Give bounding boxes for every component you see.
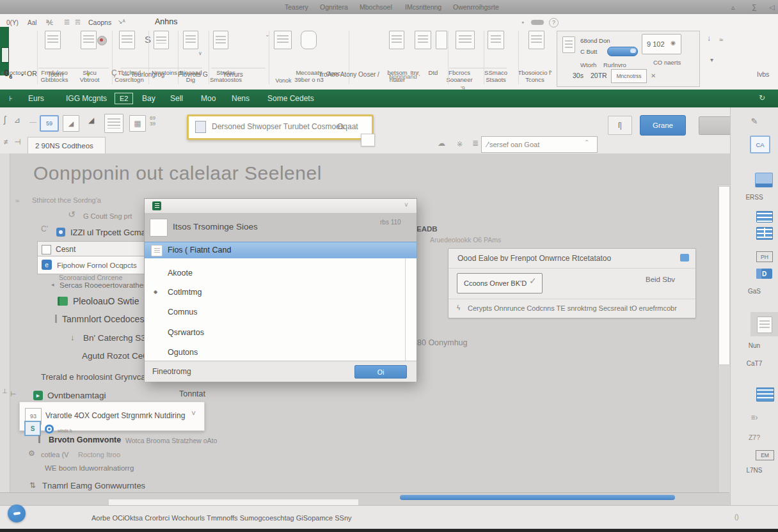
option-item[interactable]: Sthircot thce Sordng'a (32, 196, 101, 204)
search-input[interactable]: ∕'sersef oan Goat ˆ (481, 136, 598, 153)
option-item[interactable]: Sercas Rooeoertovarathes (60, 281, 147, 290)
titlebar-menu-item[interactable]: Ognritera (320, 4, 348, 12)
ribbon-button-person-icon[interactable] (301, 31, 317, 49)
spin-input[interactable]: 9 102 ◉ (642, 34, 681, 54)
vertical-scrollbar-thumb[interactable] (718, 186, 730, 365)
refresh-icon[interactable]: ↻ (759, 94, 765, 102)
dialog-list-item[interactable]: Comnus (168, 308, 198, 317)
row-label[interactable]: Tnamrl Eamg Gonwwurntes (42, 481, 145, 490)
tack-icon[interactable]: ⊣ (14, 138, 20, 146)
function-button[interactable]: ſ| (608, 116, 632, 135)
quick-access-item[interactable]: 0(Y) (6, 19, 19, 26)
ribbon-button-grid-icon[interactable] (45, 31, 61, 49)
home-icon[interactable]: ⊦ (9, 95, 13, 102)
format-label[interactable]: Tonntat (179, 390, 205, 399)
ribbon-button-pages-icon[interactable] (456, 31, 475, 49)
cloud-icon[interactable]: ☁ (438, 139, 445, 148)
dialog-list-item[interactable]: Ogutons (168, 348, 198, 357)
d-blue-icon[interactable]: D (756, 269, 772, 279)
option-box[interactable]: e Fipohow Fornol Ocqpcts (37, 256, 146, 274)
tab-item[interactable]: Bay (142, 95, 155, 103)
option-item[interactable]: Tanmnlort Ocedoces (62, 315, 144, 324)
s-badge-icon[interactable]: S (24, 421, 41, 436)
titlebar-menu-item[interactable]: Mbochsoel (360, 4, 392, 12)
quick-access-item[interactable]: Aal (28, 19, 36, 26)
tab-item[interactable]: Eurs (28, 95, 44, 103)
triangle-icon[interactable]: ⊿ (14, 116, 20, 125)
ribbon-button-table-icon[interactable] (488, 31, 504, 49)
z7-icon[interactable]: Z7? (731, 434, 778, 441)
option-item[interactable]: Trerald e hroolosint Grynvca (41, 373, 146, 382)
titlebar-app-icon[interactable]: ◁ (769, 3, 774, 11)
option-item[interactable]: IZZl ul Trpcett Gcmals (70, 228, 152, 237)
close-x-icon[interactable]: ✕ (651, 72, 656, 79)
dialog-list-item[interactable]: Akoote (168, 269, 193, 278)
help-icon[interactable]: ? (549, 18, 559, 27)
ca-box-icon[interactable]: CA (750, 136, 770, 153)
titlebar-menu-item[interactable]: Teasery (285, 4, 308, 12)
owner-button[interactable]: Ccoons Onver BK'D ✓ (457, 273, 543, 293)
chevron-down-icon[interactable]: ˅ (191, 410, 196, 418)
doc-blue-icon[interactable] (756, 387, 774, 402)
dialog-list-item[interactable]: Cotlmtmg (168, 288, 202, 297)
option-item[interactable]: PleoloauO Swtie (73, 297, 139, 306)
tab-item[interactable]: Moo (201, 95, 216, 103)
fx-icon[interactable]: ʃ (4, 115, 6, 125)
flag-icon[interactable]: ◢ (88, 116, 94, 125)
list-panel-icon[interactable] (104, 114, 123, 133)
pen-icon[interactable]: ✎ (731, 116, 778, 126)
filter-icon[interactable]: ▼ (85, 71, 91, 78)
dialog-titlebar-chevron[interactable]: ˅ (404, 201, 408, 208)
tab-item[interactable]: Sell (170, 95, 183, 103)
ribbon-button-doc2-icon[interactable] (389, 31, 404, 49)
titlebar-menu-item[interactable]: Owenrroihgsrte (453, 4, 499, 12)
command-field-highlighted[interactable]: Dersoned Shwopser Turubet Cosmoes Oqaat (187, 114, 374, 140)
gear-icon[interactable]: ⚙ (28, 450, 35, 458)
titlebar-menu-item[interactable]: IMcsnttenng (405, 4, 441, 12)
toggle-pill[interactable] (531, 20, 544, 25)
row-label-gray[interactable]: cotlea (V (41, 451, 68, 458)
dialog-list-scrollbar[interactable] (405, 258, 406, 361)
sort-icon[interactable]: ≠ (4, 138, 8, 146)
row-label[interactable]: WE boom lduworralnatiorrg (45, 464, 134, 473)
chart-icon[interactable]: ◢ (63, 115, 79, 132)
record-dot-icon[interactable] (97, 36, 107, 45)
option-item[interactable]: Ovntbenamtagi (47, 391, 106, 401)
badge-59-icon[interactable]: 59 (40, 115, 59, 132)
checkbox[interactable] (361, 134, 375, 146)
horizontal-scrollbar-thumb[interactable] (400, 495, 675, 500)
panel-blue-icon[interactable] (680, 254, 689, 262)
menu-icon[interactable]: ☰ (64, 19, 70, 26)
ribbon-button-window-icon[interactable] (81, 31, 97, 49)
wave-icon[interactable]: ≈ (719, 36, 723, 43)
dialog-list-item[interactable]: Qsrwartos (168, 329, 204, 338)
option-item[interactable]: G Coutt Sng prt (83, 212, 132, 220)
settings-doc-icon[interactable] (562, 36, 575, 53)
option-item[interactable]: Scoroaraiod Cnrcene (59, 274, 122, 282)
titlebar-app-icon[interactable]: ∑ (752, 3, 757, 11)
primary-button[interactable]: Grane (640, 115, 686, 136)
ribbon-tab-active[interactable]: Anhns (155, 18, 177, 27)
em-box-icon[interactable]: EM (756, 450, 774, 460)
list-blue-icon[interactable] (756, 211, 773, 223)
dialog-selected-row[interactable]: Fios ( Fiatnt Cand (145, 242, 417, 260)
ribbon-button-doc3-icon[interactable] (528, 31, 544, 49)
ok-button[interactable]: Oi (354, 365, 407, 379)
status-blue-circle-icon[interactable] (8, 505, 26, 522)
undo-circle-icon[interactable]: ↺ (68, 210, 75, 219)
ribbon-button-stack-icon[interactable] (274, 31, 292, 49)
ribbon-tab[interactable]: Caopns (88, 19, 111, 27)
grid-panel-icon[interactable]: ▦ (129, 115, 146, 132)
ribbon-button-flask-icon[interactable] (436, 31, 447, 49)
ribbon-button-list-icon[interactable] (415, 31, 431, 49)
ribbon-button-doccheck-icon[interactable] (213, 31, 228, 49)
ribbon-button-doc-icon[interactable] (183, 31, 198, 49)
tab-item[interactable]: Nens (232, 95, 250, 103)
name-chip[interactable]: 2 90NS Codtheos (28, 137, 106, 155)
dropdown-mncnotrss[interactable]: Mncnotrss (611, 69, 647, 83)
list-icon[interactable]: ≣ (472, 139, 479, 148)
quick-access-item[interactable]: ℀ (46, 19, 53, 26)
dialog-titlebar[interactable]: ˅ (145, 199, 417, 214)
ribbon-button-pane-icon[interactable] (119, 31, 135, 49)
down-arrow-icon[interactable]: ↓ (707, 35, 711, 43)
